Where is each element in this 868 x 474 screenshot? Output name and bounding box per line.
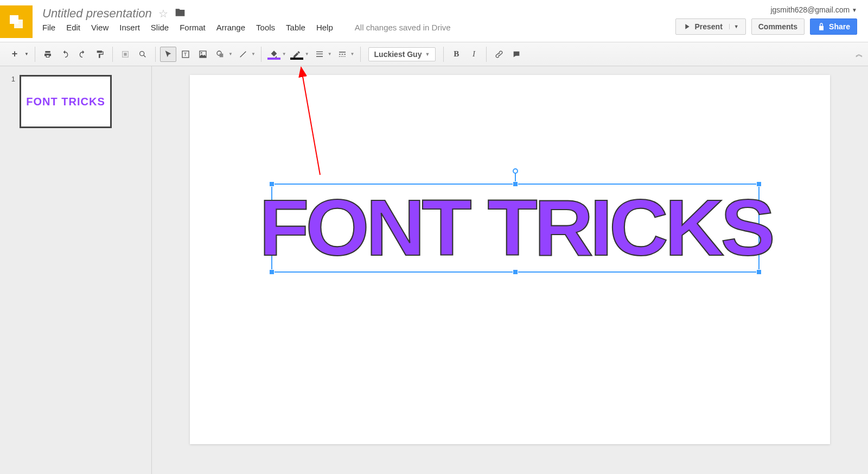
undo-button[interactable] xyxy=(57,47,73,62)
menu-help[interactable]: Help xyxy=(316,23,333,32)
slide-main-text[interactable]: FONT TRICKS xyxy=(253,182,778,274)
slide-panel: 1 FONT TRICKS xyxy=(0,66,152,474)
slide-canvas[interactable]: FONT TRICKS xyxy=(190,75,830,444)
textbox-tool[interactable]: T xyxy=(177,47,194,62)
menu-view[interactable]: View xyxy=(91,23,108,32)
comment-button[interactable] xyxy=(508,47,525,62)
menu-slide[interactable]: Slide xyxy=(151,23,169,32)
rotate-handle[interactable] xyxy=(513,168,518,174)
svg-point-7 xyxy=(201,52,202,54)
menu-edit[interactable]: Edit xyxy=(66,23,80,32)
workspace: 1 FONT TRICKS FONT TRICKS xyxy=(0,66,868,474)
titlebar: Untitled presentation ☆ File Edit View I… xyxy=(42,5,675,32)
menu-format[interactable]: Format xyxy=(180,23,206,32)
fit-button[interactable] xyxy=(117,47,133,62)
app-header: Untitled presentation ☆ File Edit View I… xyxy=(0,0,868,42)
new-slide-button[interactable]: + xyxy=(7,47,23,62)
share-button[interactable]: Share xyxy=(810,18,857,35)
slides-logo[interactable] xyxy=(0,5,33,38)
menu-file[interactable]: File xyxy=(42,23,55,32)
new-slide-dropdown[interactable]: ▼ xyxy=(23,47,30,62)
menu-tools[interactable]: Tools xyxy=(256,23,275,32)
menu-bar: File Edit View Insert Slide Format Arran… xyxy=(42,23,675,32)
svg-point-3 xyxy=(140,51,144,55)
paint-format-button[interactable] xyxy=(92,47,108,62)
user-account[interactable]: jgsmith628@gmail.com ▼ xyxy=(770,5,857,14)
caret-down-icon: ▼ xyxy=(852,7,857,13)
print-button[interactable] xyxy=(40,47,56,62)
line-dash-button[interactable] xyxy=(334,47,350,62)
shape-dropdown[interactable]: ▼ xyxy=(227,52,234,56)
font-family-selector[interactable]: Luckiest Guy ▼ xyxy=(368,47,436,61)
line-color-button[interactable] xyxy=(289,47,305,62)
svg-rect-9 xyxy=(220,53,224,57)
line-tool[interactable] xyxy=(235,47,251,62)
redo-button[interactable] xyxy=(74,47,91,62)
slide-number: 1 xyxy=(9,75,15,128)
svg-text:T: T xyxy=(184,52,187,57)
collapse-toolbar-icon[interactable]: ︽ xyxy=(856,49,861,59)
shape-tool[interactable] xyxy=(212,47,228,62)
line-weight-button[interactable] xyxy=(311,47,328,62)
fill-color-button[interactable] xyxy=(266,47,282,62)
bold-button[interactable]: B xyxy=(448,47,464,62)
save-status: All changes saved in Drive xyxy=(355,23,451,32)
slide-thumb-text: FONT TRICKS xyxy=(26,96,105,108)
menu-table[interactable]: Table xyxy=(286,23,305,32)
italic-button[interactable]: I xyxy=(465,47,482,62)
header-right: jgsmith628@gmail.com ▼ Present ▼ Comment… xyxy=(675,5,857,35)
zoom-button[interactable] xyxy=(135,47,151,62)
line-dropdown[interactable]: ▼ xyxy=(250,52,257,56)
folder-icon[interactable] xyxy=(175,7,186,20)
line-dash-dropdown[interactable]: ▼ xyxy=(349,52,356,56)
canvas-area[interactable]: FONT TRICKS xyxy=(152,66,868,474)
comments-button[interactable]: Comments xyxy=(751,18,805,35)
svg-rect-1 xyxy=(14,20,23,28)
menu-insert[interactable]: Insert xyxy=(119,23,140,32)
line-weight-dropdown[interactable]: ▼ xyxy=(327,52,333,56)
menu-arrange[interactable]: Arrange xyxy=(216,23,245,32)
select-tool[interactable] xyxy=(160,47,176,62)
document-title[interactable]: Untitled presentation xyxy=(42,7,152,21)
selected-text-box[interactable]: FONT TRICKS xyxy=(271,184,760,273)
slide-thumbnail[interactable]: FONT TRICKS xyxy=(20,75,112,128)
present-button[interactable]: Present ▼ xyxy=(675,18,745,35)
link-button[interactable] xyxy=(491,47,507,62)
present-dropdown[interactable]: ▼ xyxy=(729,24,739,29)
image-tool[interactable] xyxy=(195,47,211,62)
toolbar: + ▼ T ▼ ▼ ▼ ▼ ▼ ▼ xyxy=(0,42,868,66)
star-icon[interactable]: ☆ xyxy=(158,7,168,20)
